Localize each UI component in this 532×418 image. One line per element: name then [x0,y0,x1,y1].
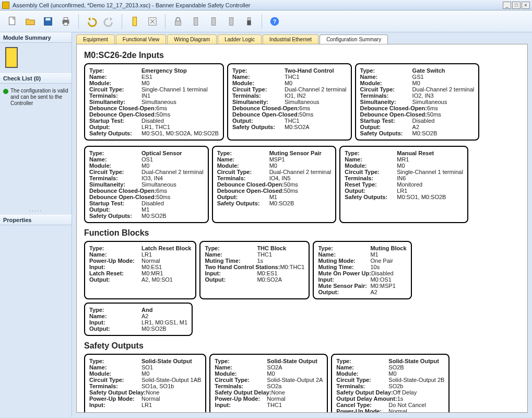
properties-header[interactable]: Properties [0,215,72,225]
card-value: 6ms [299,105,346,111]
card-key: Module: [232,80,285,86]
card-type-label: Type: [89,245,141,251]
card-value: Do Not Cancel [388,402,444,408]
card-key: Safety Outputs: [217,200,269,206]
card-type-label: Type: [89,67,141,74]
tab-functional-view[interactable]: Functional View [116,34,166,44]
card-value: 50ms [156,194,203,200]
card-value: Normal [141,258,191,264]
card-key: Input: [215,402,267,408]
card-type-label: Type: [217,150,269,156]
card-key: Module: [89,80,141,86]
card-key: Startup Test: [89,118,141,124]
tab-ladder-logic[interactable]: Ladder Logic [218,34,262,44]
card-value: IO4, IN5 [269,175,332,181]
maximize-button[interactable]: □ [512,2,521,9]
card-value: LR1 [397,188,463,194]
card-type-label: Type: [360,67,412,74]
card-value: Simultaneous [141,99,219,105]
card-key: Debounce Open-Closed: [89,194,156,200]
card-value: Monitored [397,181,463,188]
save-button[interactable] [41,14,55,29]
close-button[interactable]: × [522,2,530,9]
card-key: Circuit Type: [215,377,267,383]
card-key: Output: [205,276,257,283]
lock-button[interactable] [171,14,185,29]
tab-equipment[interactable]: Equipment [76,34,115,44]
card-value: SO2a [267,383,323,389]
tab-bar: Equipment Functional View Wiring Diagram… [72,32,532,44]
card-value: 6ms [156,188,203,194]
card-key: Debounce Closed-Open: [232,105,299,111]
card-key: Safety Output Delay: [89,389,146,396]
device2-button[interactable] [145,14,160,29]
card-value: LR1 [141,402,201,408]
card-value: M0:ES1 [141,264,191,270]
card-type-value: Muting Block [370,245,406,251]
card-value: M0:SO1, M0:SO2B [397,194,463,200]
card-value: M0:SO2B [412,130,475,136]
card-value: A2 [141,313,187,319]
card-key: Terminals: [336,383,388,389]
card-value: SO2b [388,383,444,389]
card-value: IO1, IN2 [285,92,347,99]
info-card: Type:Emergency StopName:ES1Module:M0Circ… [84,63,224,141]
device1-button[interactable] [127,14,142,29]
svg-rect-5 [64,22,67,25]
card-type-value: Solid-State Output [267,358,317,364]
card-type-value: Muting Sensor Pair [269,150,322,156]
card-value: M0:SO2B [141,326,187,332]
card-value: M0 [388,370,444,377]
undo-button[interactable] [84,14,99,29]
card-key: Circuit Type: [89,169,141,175]
card-value: M0:SO2B [269,200,332,206]
card-key: Muting Time: [205,258,257,264]
card-value: M0:MR1 [141,270,191,276]
card-type-label: Type: [232,67,285,74]
card-key: Module: [215,370,267,377]
card-value: 1s [397,396,445,402]
card-key: Latch Reset: [89,270,141,276]
card-value: M0:MSP1 [370,283,406,289]
card-value: Disabled [141,200,204,206]
help-button[interactable]: ? [267,14,282,29]
card-value: Solid-State-Output 2A [267,377,323,383]
module-icon[interactable] [5,47,18,68]
card-key: Module: [89,370,141,377]
card-key: Power-Up Mode: [89,258,141,264]
tab-configuration-summary[interactable]: Configuration Summary [320,34,388,44]
card-value: M1 [269,194,332,200]
card-key: Name: [232,74,285,80]
card-key: Power-Up Mode: [215,396,267,402]
usb-button[interactable] [242,14,256,29]
card-key: Output: [360,124,412,130]
card-value: LR1, M0:GS1, M1 [141,319,187,326]
module2-button[interactable] [206,14,221,29]
card-key: Output: [89,206,141,213]
checklist-header[interactable]: Check List (0) [0,73,72,84]
minimize-button[interactable]: _ [503,2,511,9]
card-value: M0:SO2B [141,213,204,219]
card-value: 10s [370,264,406,270]
splitter[interactable]: ····· [0,206,72,215]
open-file-button[interactable] [23,14,38,29]
new-file-button[interactable] [5,14,20,29]
redo-button[interactable] [102,14,116,29]
card-value: LR1, THC1 [141,124,219,130]
print-button[interactable] [58,14,73,29]
card-value: LR1 [141,251,191,258]
card-value: Disabled [371,270,407,276]
card-key: Output: [217,194,269,200]
svg-rect-6 [133,17,136,26]
card-value: 1s [257,258,304,264]
card-value: THC1 [257,251,304,258]
module1-button[interactable] [188,14,203,29]
tab-wiring-diagram[interactable]: Wiring Diagram [167,34,217,44]
module-summary-header[interactable]: Module Summary [0,32,72,43]
card-value: Solid-State-Output 1AB [141,377,201,383]
card-value: M0:THC1 [280,264,304,270]
card-value: IO2, IN3 [412,92,475,99]
card-value: 50ms [156,111,219,118]
tab-industrial-ethernet[interactable]: Industrial Ethernet [263,34,318,44]
module3-button[interactable] [224,14,239,29]
